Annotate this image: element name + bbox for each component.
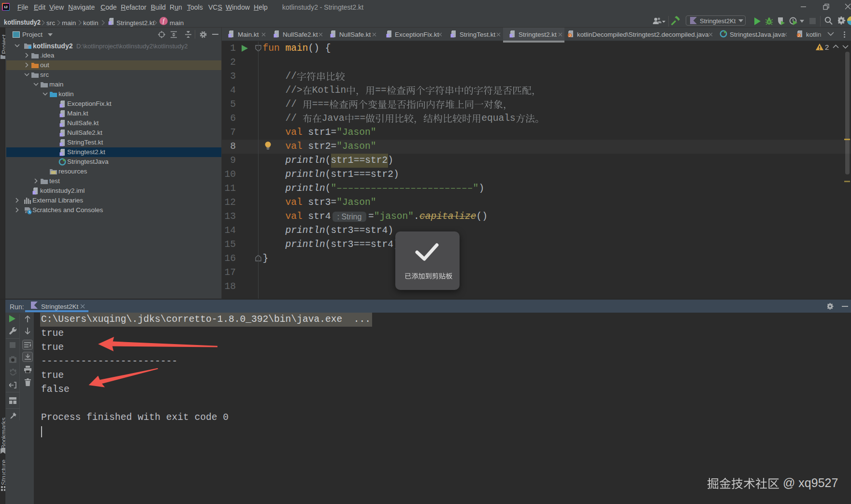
svg-text:J: J: [569, 33, 571, 38]
svg-text:J: J: [798, 33, 800, 38]
